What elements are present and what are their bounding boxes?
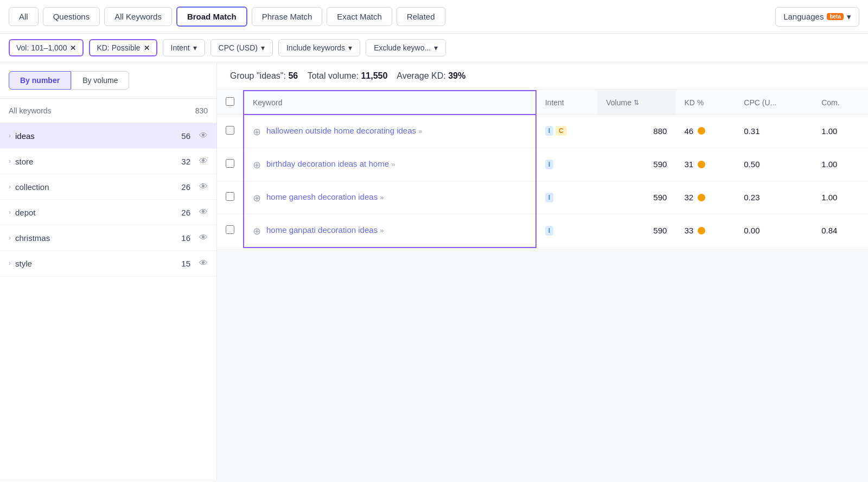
exclude-keywords-dropdown[interactable]: Exclude keywo... ▾	[366, 39, 446, 56]
th-volume[interactable]: Volume ⇅	[597, 91, 675, 115]
eye-icon[interactable]: 👁	[199, 207, 208, 217]
volume-cell: 590	[597, 148, 675, 181]
kd-value: 32	[684, 193, 693, 202]
tab-all-keywords[interactable]: All Keywords	[104, 7, 172, 26]
row-checkbox-cell	[217, 214, 244, 248]
arrows-icon: »	[418, 127, 422, 135]
sidebar-item-christmas[interactable]: › christmas 16 👁	[0, 225, 216, 251]
kd-filter-close[interactable]: ✕	[144, 44, 150, 52]
th-keyword-label: Keyword	[253, 98, 282, 107]
kd-dot	[698, 227, 705, 234]
sidebar-item-count: 15	[181, 259, 190, 268]
intent-dropdown[interactable]: Intent ▾	[163, 39, 205, 56]
sidebar-item-count: 32	[181, 157, 190, 166]
com-cell: 1.00	[813, 115, 868, 148]
tab-exact-match[interactable]: Exact Match	[327, 7, 392, 26]
th-com-label: Com.	[821, 98, 839, 107]
volume-cell: 590	[597, 214, 675, 248]
th-com: Com.	[813, 91, 868, 115]
select-all-checkbox[interactable]	[226, 97, 234, 106]
keyword-cell: ⊕ home ganpati decoration ideas »	[244, 214, 536, 248]
vol-filter-close[interactable]: ✕	[70, 44, 76, 52]
row-checkbox[interactable]	[226, 126, 234, 135]
sidebar-header: All keywords 830	[0, 99, 216, 123]
tab-broad-match[interactable]: Broad Match	[176, 7, 247, 27]
chevron-down-icon: ▾	[847, 12, 851, 22]
row-checkbox-cell	[217, 115, 244, 148]
eye-icon[interactable]: 👁	[199, 156, 208, 166]
group-count: 56	[288, 71, 298, 80]
com-cell: 0.84	[813, 214, 868, 248]
th-keyword: Keyword	[244, 91, 536, 115]
row-checkbox[interactable]	[226, 225, 234, 234]
add-keyword-icon[interactable]: ⊕	[253, 225, 261, 237]
sort-by-number-button[interactable]: By number	[9, 71, 71, 90]
eye-icon[interactable]: 👁	[199, 182, 208, 192]
th-kd: KD %	[675, 91, 735, 115]
cpc-dropdown[interactable]: CPC (USD) ▾	[210, 39, 273, 56]
kd-dot	[698, 194, 705, 201]
tab-questions[interactable]: Questions	[43, 7, 100, 26]
kd-cell: 31	[675, 148, 735, 181]
chevron-down-icon: ▾	[434, 43, 438, 52]
sidebar-item-style[interactable]: › style 15 👁	[0, 251, 216, 276]
chevron-right-icon: ›	[9, 259, 11, 267]
filter-bar: Vol: 101–1,000 ✕ KD: Possible ✕ Intent ▾…	[0, 34, 868, 62]
eye-icon[interactable]: 👁	[199, 131, 208, 141]
chevron-down-icon: ▾	[193, 43, 197, 52]
keyword-link[interactable]: halloween outside home decorating ideas …	[266, 125, 422, 136]
chevron-right-icon: ›	[9, 183, 11, 191]
tab-related[interactable]: Related	[397, 7, 445, 26]
add-keyword-icon[interactable]: ⊕	[253, 159, 261, 171]
add-keyword-icon[interactable]: ⊕	[253, 192, 261, 204]
keyword-cell: ⊕ home ganesh decoration ideas »	[244, 181, 536, 214]
group-prefix: Group "ideas":	[230, 71, 286, 80]
eye-icon[interactable]: 👁	[199, 258, 208, 268]
sidebar-item-label: ideas	[15, 131, 177, 141]
chevron-down-icon: ▾	[261, 43, 265, 52]
row-checkbox[interactable]	[226, 159, 234, 168]
intent-cell: I	[536, 214, 598, 248]
volume-cell: 880	[597, 115, 675, 148]
kd-filter-label: KD: Possible	[97, 43, 140, 52]
cpc-cell: 0.31	[735, 115, 813, 148]
keyword-cell: ⊕ halloween outside home decorating idea…	[244, 115, 536, 148]
keyword-link[interactable]: home ganpati decoration ideas »	[266, 224, 384, 236]
add-keyword-icon[interactable]: ⊕	[253, 126, 261, 138]
th-intent-label: Intent	[545, 98, 564, 107]
vol-filter-chip: Vol: 101–1,000 ✕	[9, 39, 84, 56]
include-keywords-dropdown[interactable]: Include keywords ▾	[278, 39, 360, 56]
sidebar-item-depot[interactable]: › depot 26 👁	[0, 200, 216, 225]
keywords-table: Keyword Intent Volume ⇅	[217, 90, 868, 248]
intent-badge-i: I	[545, 160, 553, 169]
keyword-cell: ⊕ birthday decoration ideas at home »	[244, 148, 536, 181]
sidebar-item-collection[interactable]: › collection 26 👁	[0, 174, 216, 200]
languages-button[interactable]: Languages beta ▾	[775, 7, 859, 27]
keyword-link[interactable]: home ganesh decoration ideas »	[266, 191, 384, 202]
vol-filter-label: Vol: 101–1,000	[16, 43, 67, 52]
row-checkbox[interactable]	[226, 192, 234, 201]
tab-all[interactable]: All	[9, 7, 39, 26]
arrows-icon: »	[391, 160, 395, 168]
table-row: ⊕ home ganesh decoration ideas » I590320…	[217, 181, 868, 214]
th-kd-label: KD %	[684, 98, 704, 107]
chevron-right-icon: ›	[9, 157, 11, 165]
kd-value: 31	[684, 160, 693, 169]
cpc-cell: 0.00	[735, 214, 813, 248]
languages-label: Languages	[783, 12, 824, 21]
intent-badge-c: C	[556, 126, 567, 136]
sort-by-volume-button[interactable]: By volume	[71, 71, 129, 90]
main-content: By number By volume All keywords 830 › i…	[0, 62, 868, 479]
sort-icon: ⇅	[634, 99, 639, 106]
intent-cell: I	[536, 181, 598, 214]
table-row: ⊕ birthday decoration ideas at home » I5…	[217, 148, 868, 181]
keyword-link[interactable]: birthday decoration ideas at home »	[266, 158, 395, 169]
sidebar-item-store[interactable]: › store 32 👁	[0, 149, 216, 174]
eye-icon[interactable]: 👁	[199, 233, 208, 243]
table-wrapper: Keyword Intent Volume ⇅	[217, 90, 868, 479]
tab-phrase-match[interactable]: Phrase Match	[252, 7, 323, 26]
group-stats: Group "ideas": 56 Total volume: 11,550 A…	[217, 62, 868, 90]
sidebar-item-ideas[interactable]: › ideas 56 👁	[0, 123, 216, 149]
intent-cell: I	[536, 148, 598, 181]
sidebar-items: › ideas 56 👁 › store 32 👁 › collection 2…	[0, 123, 216, 479]
